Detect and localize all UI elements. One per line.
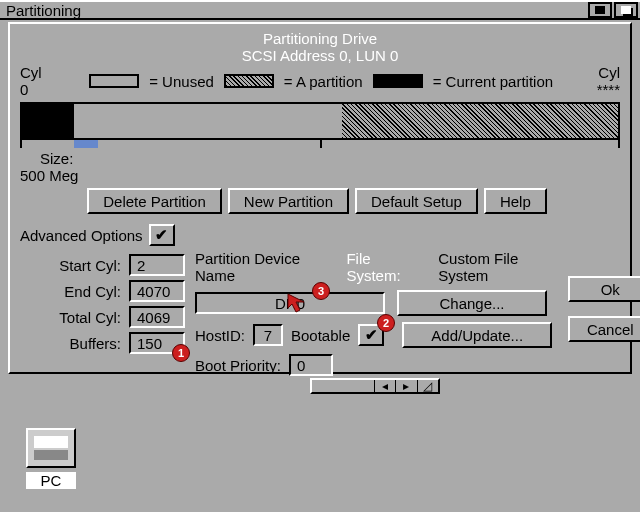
legend-unused: = Unused <box>149 73 214 90</box>
advanced-options-label: Advanced Options <box>20 227 143 244</box>
new-partition-button[interactable]: New Partition <box>228 188 349 214</box>
cyl-value-left: 0 <box>20 81 42 98</box>
cylinder-fields: Start Cyl: 2 End Cyl: 4070 Total Cyl: 40… <box>20 250 185 358</box>
bootable-checkbox[interactable]: ✔ <box>358 324 384 346</box>
cylinder-bar[interactable] <box>20 102 620 140</box>
zoom-gadget[interactable] <box>588 2 612 18</box>
change-button[interactable]: Change... <box>397 290 547 316</box>
page-title: Partitioning Drive <box>20 30 620 47</box>
size-value: 500 Meg <box>20 167 78 184</box>
add-update-button[interactable]: Add/Update... <box>402 322 552 348</box>
delete-partition-button[interactable]: Delete Partition <box>87 188 222 214</box>
buffers-label: Buffers: <box>70 335 121 352</box>
disk-icon <box>26 428 76 468</box>
boot-priority-label: Boot Priority: <box>195 357 281 374</box>
slider-handle[interactable] <box>74 140 98 148</box>
startcyl-input[interactable]: 2 <box>129 254 185 276</box>
legend-current: = Current partition <box>433 73 553 90</box>
titlebar[interactable]: Partitioning <box>0 0 640 20</box>
hostid-input[interactable]: 7 <box>253 324 283 346</box>
size-label: Size: <box>40 150 73 167</box>
cylinder-ticks <box>20 140 620 148</box>
hostid-label: HostID: <box>195 327 245 344</box>
endcyl-input[interactable]: 4070 <box>129 280 185 302</box>
bootable-label: Bootable <box>291 327 350 344</box>
filesystem-value: Custom File System <box>438 250 558 284</box>
desktop-icon-label: PC <box>26 472 76 489</box>
window-title: Partitioning <box>6 2 81 19</box>
help-button[interactable]: Help <box>484 188 547 214</box>
cyl-value-right: **** <box>597 81 620 98</box>
legend-partition: = A partition <box>284 73 363 90</box>
cyl-label-right: Cyl <box>597 64 620 81</box>
startcyl-label: Start Cyl: <box>59 257 121 274</box>
depth-gadget[interactable] <box>614 2 638 18</box>
device-name-label: Partition Device Name <box>195 250 328 284</box>
boot-priority-input[interactable]: 0 <box>289 354 333 376</box>
cancel-button[interactable]: Cancel <box>568 316 640 342</box>
ok-button[interactable]: Ok <box>568 276 640 302</box>
legend-swatch-partition <box>224 74 274 88</box>
device-name-input[interactable]: DH0 <box>195 292 385 314</box>
scroll-right-icon[interactable]: ▸ <box>395 380 417 392</box>
other-partition-region[interactable] <box>342 104 618 138</box>
size-gadget-icon[interactable]: ◿ <box>417 380 439 392</box>
default-setup-button[interactable]: Default Setup <box>355 188 478 214</box>
legend-swatch-unused <box>89 74 139 88</box>
totalcyl-input[interactable]: 4069 <box>129 306 185 328</box>
legend-swatch-current <box>373 74 423 88</box>
buffers-input[interactable]: 150 <box>129 332 185 354</box>
filesystem-label: File System: <box>346 250 420 284</box>
window-scroll-gadgets: ◂ ▸ ◿ <box>310 378 440 394</box>
desktop-icon-pc[interactable]: PC <box>26 428 76 489</box>
cyl-label-left: Cyl <box>20 64 42 81</box>
totalcyl-label: Total Cyl: <box>59 309 121 326</box>
current-partition-region[interactable] <box>22 104 74 138</box>
scroll-track[interactable] <box>312 380 374 392</box>
page-subtitle: SCSI Address 0, LUN 0 <box>20 47 620 64</box>
scroll-left-icon[interactable]: ◂ <box>374 380 396 392</box>
advanced-options-checkbox[interactable]: ✔ <box>149 224 175 246</box>
partitioning-window: Partitioning Drive SCSI Address 0, LUN 0… <box>8 22 632 374</box>
endcyl-label: End Cyl: <box>64 283 121 300</box>
